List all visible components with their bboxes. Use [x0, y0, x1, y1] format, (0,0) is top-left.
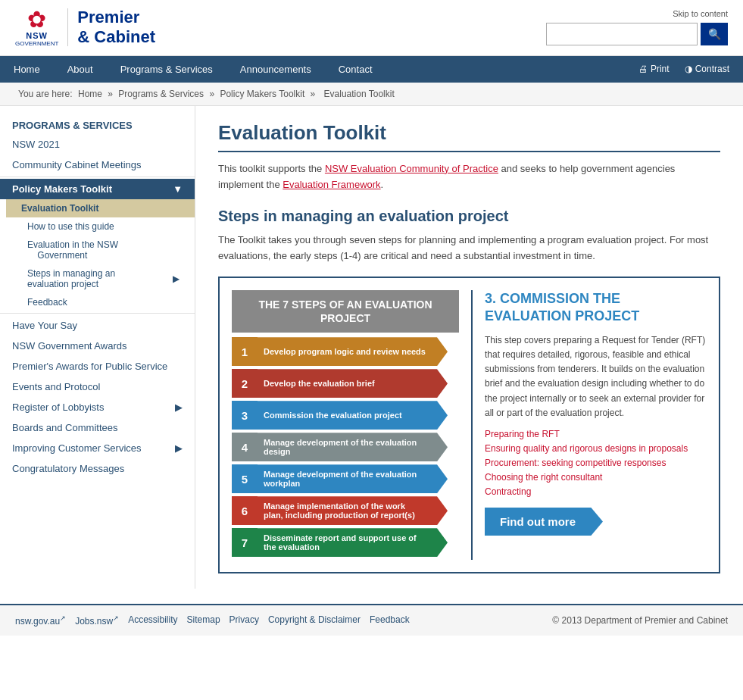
customer-label: Improving Customer Services	[12, 442, 142, 454]
footer-link-privacy[interactable]: Privacy	[229, 614, 259, 627]
step-row-5: 5 Manage development of the evaluation w…	[232, 464, 448, 493]
footer-link-copyright[interactable]: Copyright & Disclaimer	[268, 614, 361, 627]
step-num-4: 4	[232, 433, 258, 461]
step-label-4: Manage development of the evaluation des…	[258, 433, 448, 461]
panel-link-quality[interactable]: Ensuring quality and rigorous designs in…	[485, 443, 688, 454]
nav-home[interactable]: Home	[0, 56, 54, 83]
sidebar-item-nsw-awards[interactable]: NSW Government Awards	[0, 336, 195, 356]
steps-column: THE 7 STEPS OF AN EVALUATION PROJECT 1 D…	[232, 290, 459, 560]
sidebar-item-steps[interactable]: Steps in managing anevaluation project ▶	[6, 264, 195, 293]
contrast-button[interactable]: ◑ Contrast	[679, 59, 735, 79]
print-button[interactable]: 🖨 Print	[632, 59, 676, 79]
sidebar-sub: Evaluation Toolkit How to use this guide…	[0, 199, 195, 311]
panel-link-item-4: Choosing the right consultant	[485, 471, 707, 483]
sidebar-item-events[interactable]: Events and Protocol	[0, 377, 195, 397]
sidebar-item-eval-toolkit[interactable]: Evaluation Toolkit	[6, 199, 195, 217]
panel-link-contracting[interactable]: Contracting	[485, 486, 531, 497]
contrast-label: Contrast	[695, 64, 729, 74]
footer-link-feedback[interactable]: Feedback	[370, 614, 410, 627]
breadcrumb-sep1: »	[108, 89, 115, 99]
step-num-1: 1	[232, 337, 258, 366]
header: ✿ NSW GOVERNMENT Premier & Cabinet Skip …	[0, 0, 743, 56]
main-content: Evaluation Toolkit This toolkit supports…	[195, 106, 743, 589]
search-input[interactable]	[546, 23, 698, 45]
sidebar-item-nsw2021[interactable]: NSW 2021	[0, 134, 195, 155]
footer-link-jobsnsw[interactable]: Jobs.nsw	[75, 614, 119, 627]
step-label-1: Develop program logic and review needs	[258, 337, 448, 366]
breadcrumb-sep2: »	[209, 89, 217, 99]
print-icon: 🖨	[638, 64, 648, 74]
arrow-right-icon: ▶	[173, 273, 180, 284]
breadcrumb-toolkit[interactable]: Policy Makers Toolkit	[220, 89, 304, 99]
gov-label: GOVERNMENT	[15, 40, 58, 47]
step-row-4: 4 Manage development of the evaluation d…	[232, 433, 448, 461]
breadcrumb: You are here: Home » Programs & Services…	[0, 83, 743, 106]
panel-link-item-3: Procurement: seeking competitive respons…	[485, 457, 707, 468]
sidebar-item-lobbyists[interactable]: Register of Lobbyists ▶	[0, 397, 195, 417]
right-panel: 3. COMMISSION THE EVALUATION PROJECT Thi…	[471, 290, 707, 560]
sidebar-item-premiers-awards[interactable]: Premier's Awards for Public Service	[0, 356, 195, 377]
footer-link-sitemap[interactable]: Sitemap	[187, 614, 220, 627]
logo-divider	[67, 8, 68, 46]
sidebar-item-community[interactable]: Community Cabinet Meetings	[0, 155, 195, 175]
panel-title: 3. COMMISSION THE EVALUATION PROJECT	[485, 290, 707, 326]
contrast-icon: ◑	[685, 64, 692, 74]
sidebar-item-policy-toolkit[interactable]: Policy Makers Toolkit ▼	[0, 179, 195, 199]
step-row-2: 2 Develop the evaluation brief	[232, 369, 448, 398]
search-area: 🔍	[546, 23, 728, 45]
breadcrumb-prefix: You are here:	[18, 89, 73, 99]
panel-link-procurement[interactable]: Procurement: seeking competitive respons…	[485, 458, 666, 468]
footer-copyright: © 2013 Department of Premier and Cabinet	[552, 615, 728, 626]
nsw-label: NSW	[26, 31, 48, 40]
intro-text: This toolkit supports the NSW Evaluation…	[218, 161, 720, 193]
breadcrumb-home[interactable]: Home	[78, 89, 102, 99]
nsw-eval-link[interactable]: NSW Evaluation Community of Practice	[325, 163, 498, 174]
step-num-6: 6	[232, 496, 258, 525]
search-icon: 🔍	[708, 28, 721, 40]
step-label-2: Develop the evaluation brief	[258, 369, 448, 398]
step-row-3: 3 Commission the evaluation project	[232, 401, 448, 430]
steps-header: THE 7 STEPS OF AN EVALUATION PROJECT	[232, 290, 459, 333]
step-row-6: 6 Manage implementation of the work plan…	[232, 496, 448, 525]
eval-framework-link[interactable]: Evaluation Framework	[283, 179, 380, 190]
step-num-5: 5	[232, 464, 258, 493]
sidebar-policy-label: Policy Makers Toolkit	[12, 183, 112, 195]
nav-contact[interactable]: Contact	[325, 56, 386, 83]
panel-link-consultant[interactable]: Choosing the right consultant	[485, 472, 602, 483]
panel-links: Preparing the RFT Ensuring quality and r…	[485, 428, 707, 497]
sidebar-item-feedback[interactable]: Feedback	[6, 293, 195, 311]
skip-link[interactable]: Skip to content	[673, 9, 728, 18]
sidebar-item-eval-nsw-gov[interactable]: Evaluation in the NSW Government	[6, 236, 195, 264]
sidebar-item-customer[interactable]: Improving Customer Services ▶	[0, 438, 195, 458]
panel-desc: This step covers preparing a Request for…	[485, 333, 707, 420]
step-num-7: 7	[232, 528, 258, 557]
nav-announcements[interactable]: Announcements	[226, 56, 325, 83]
footer-link-nswgov[interactable]: nsw.gov.au	[15, 614, 66, 627]
sidebar-item-have-your-say[interactable]: Have Your Say	[0, 315, 195, 336]
search-button[interactable]: 🔍	[701, 23, 728, 45]
panel-link-rft[interactable]: Preparing the RFT	[485, 429, 560, 439]
sidebar-item-boards[interactable]: Boards and Committees	[0, 417, 195, 438]
nav-programs[interactable]: Programs & Services	[107, 56, 226, 83]
sidebar-item-congratulatory[interactable]: Congratulatory Messages	[0, 458, 195, 479]
nav-utilities: 🖨 Print ◑ Contrast	[632, 59, 743, 79]
sidebar-item-how-to-use[interactable]: How to use this guide	[6, 217, 195, 236]
main-nav: Home About Programs & Services Announcem…	[0, 56, 743, 83]
breadcrumb-programs[interactable]: Programs & Services	[118, 89, 204, 99]
chevron-down-icon: ▼	[173, 183, 183, 195]
step-label-7: Disseminate report and support use of th…	[258, 528, 448, 557]
page-title: Evaluation Toolkit	[218, 121, 720, 152]
sidebar-section-title: PROGRAMS & SERVICES	[0, 114, 195, 134]
logo-area: ✿ NSW GOVERNMENT Premier & Cabinet	[15, 8, 155, 48]
nav-about[interactable]: About	[54, 56, 107, 83]
step-label-6: Manage implementation of the work plan, …	[258, 496, 448, 525]
steps-desc: The Toolkit takes you through seven step…	[218, 233, 720, 264]
footer-link-accessibility[interactable]: Accessibility	[128, 614, 177, 627]
find-out-more-button[interactable]: Find out more	[485, 508, 603, 536]
panel-link-item-2: Ensuring quality and rigorous designs in…	[485, 442, 707, 454]
nsw-logo: ✿ NSW GOVERNMENT	[15, 8, 58, 47]
panel-link-item-5: Contracting	[485, 486, 707, 497]
logo-title: Premier & Cabinet	[77, 8, 155, 48]
print-label: Print	[651, 64, 670, 74]
lotus-icon: ✿	[27, 8, 46, 31]
